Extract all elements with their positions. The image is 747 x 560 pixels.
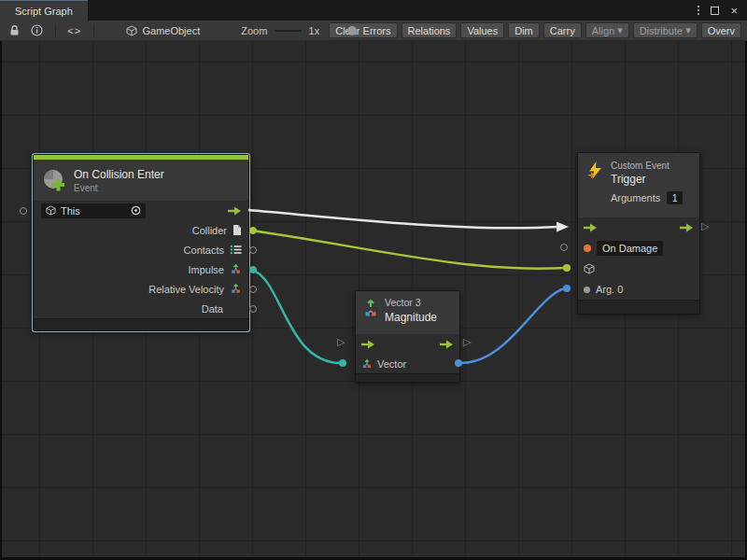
- info-icon[interactable]: [27, 24, 47, 36]
- target-field[interactable]: This: [41, 203, 146, 218]
- port-label: Arg. 0: [596, 284, 623, 295]
- zoom-slider-track: [275, 30, 301, 32]
- dim-button[interactable]: Dim: [508, 22, 540, 38]
- node-titles: On Collision Enter Event: [74, 168, 164, 193]
- distribute-button[interactable]: Distribute ▾: [633, 22, 698, 38]
- menu-icon[interactable]: [698, 6, 699, 15]
- zoom-slider[interactable]: [275, 24, 301, 37]
- port-row-impulse: Impulse: [34, 259, 248, 279]
- chevron-down-icon: ▾: [617, 24, 623, 36]
- node-on-collision-enter[interactable]: On Collision Enter Event This Collider C…: [33, 154, 249, 331]
- arguments-label: Arguments: [611, 192, 660, 203]
- flow-in-triangle-icon[interactable]: ▷: [337, 337, 345, 347]
- relations-button[interactable]: Relations: [402, 22, 458, 38]
- arg0-port-icon[interactable]: [584, 287, 590, 293]
- collision-event-icon: [42, 168, 66, 192]
- target-row: [578, 259, 699, 279]
- zoom-slider-handle[interactable]: [347, 26, 357, 35]
- flow-out-arrow-icon[interactable]: [440, 340, 454, 349]
- arg0-row: Arg. 0: [578, 279, 699, 300]
- port-label: Collider: [192, 225, 227, 236]
- code-graph-icon[interactable]: <>: [63, 25, 85, 36]
- vector3-icon: [363, 297, 378, 322]
- node-category: Custom Event: [611, 161, 683, 171]
- cube-icon: [46, 205, 56, 216]
- cube-icon: [584, 263, 595, 274]
- flow-row: [578, 217, 699, 238]
- vector3-icon: [230, 263, 242, 275]
- carry-button[interactable]: Carry: [543, 22, 582, 38]
- node-footer: [578, 300, 699, 314]
- node-header: Vector 3 Magnitude: [356, 291, 459, 334]
- string-port-icon[interactable]: [584, 245, 591, 252]
- port-label: Relative Velocity: [148, 284, 224, 295]
- port-label: Impulse: [188, 264, 224, 275]
- tab-bar: Script Graph ×: [0, 0, 747, 21]
- wire-collider[interactable]: [251, 231, 565, 269]
- flow-out-triangle-icon[interactable]: ▷: [701, 221, 709, 231]
- flow-in-arrow-icon[interactable]: [584, 223, 598, 232]
- values-button[interactable]: Values: [460, 22, 504, 38]
- maximize-icon[interactable]: [711, 7, 719, 15]
- target-value: This: [61, 205, 126, 217]
- node-header: Custom Event Trigger Arguments 1: [578, 153, 699, 217]
- overview-button[interactable]: Overv: [701, 22, 741, 38]
- node-footer: [356, 373, 459, 382]
- clear-errors-button[interactable]: Clear Errors: [329, 22, 397, 38]
- node-title: On Collision Enter: [74, 168, 164, 181]
- flow-in-arrow-icon[interactable]: [361, 340, 375, 349]
- gameobject-label: GameObject: [142, 25, 200, 36]
- node-titles: Custom Event Trigger Arguments 1: [611, 161, 683, 210]
- wire-magnitude[interactable]: [460, 288, 565, 363]
- align-button[interactable]: Align ▾: [585, 22, 629, 38]
- wire-impulse-end[interactable]: [339, 359, 346, 367]
- flow-row: [356, 334, 459, 354]
- wire-flow[interactable]: [248, 210, 557, 228]
- node-title: Trigger: [611, 173, 683, 186]
- object-picker-icon[interactable]: [131, 205, 141, 216]
- port-event-name-in[interactable]: [560, 244, 568, 251]
- node-footer: [34, 318, 248, 330]
- port-row-collider: Collider: [34, 220, 248, 240]
- port-row-data: Data: [34, 299, 248, 318]
- flow-out-arrow-icon[interactable]: [228, 206, 242, 216]
- cube-icon: [126, 25, 137, 36]
- node-header: On Collision Enter Event: [34, 160, 248, 201]
- gameobject-reference[interactable]: GameObject: [126, 25, 200, 36]
- graph-toolbar: <> GameObject Zoom 1x Clear Errors Relat…: [0, 21, 747, 41]
- vector3-icon: [230, 283, 242, 295]
- node-category: Vector 3: [385, 297, 437, 308]
- graph-canvas[interactable]: On Collision Enter Event This Collider C…: [0, 41, 747, 560]
- port-collider-out[interactable]: [249, 227, 257, 234]
- custom-event-bolt-icon: [587, 161, 603, 180]
- wire-collider-end[interactable]: [563, 264, 571, 272]
- port-row-contacts: Contacts: [34, 240, 248, 259]
- event-name-row: On Damage: [578, 238, 699, 259]
- port-relative-velocity-out[interactable]: [249, 286, 257, 293]
- event-name-field[interactable]: On Damage: [597, 241, 663, 256]
- unity-graph-window: Script Graph × <> GameObject Zoom 1x Cle…: [0, 0, 747, 560]
- port-contacts-out[interactable]: [249, 246, 257, 254]
- port-label: Vector: [377, 358, 406, 370]
- port-target-in[interactable]: [20, 207, 27, 215]
- tab-script-graph[interactable]: Script Graph: [0, 0, 88, 21]
- target-row: This: [34, 201, 248, 220]
- node-title: Magnitude: [385, 311, 437, 324]
- window-controls: ×: [698, 0, 747, 21]
- lock-icon[interactable]: [6, 24, 23, 36]
- close-icon[interactable]: ×: [730, 5, 738, 17]
- wire-magnitude-end[interactable]: [563, 285, 571, 292]
- node-vector3-magnitude[interactable]: Vector 3 Magnitude Vector: [355, 290, 460, 383]
- port-impulse-out[interactable]: [249, 266, 257, 273]
- port-row-relative-velocity: Relative Velocity: [34, 279, 248, 299]
- node-trigger-custom-event[interactable]: Custom Event Trigger Arguments 1 On Dama…: [577, 152, 700, 315]
- vector3-icon: [361, 358, 373, 370]
- flow-out-arrow-icon[interactable]: [680, 223, 694, 232]
- node-subtitle: Event: [74, 183, 164, 193]
- wire-impulse[interactable]: [251, 270, 341, 363]
- flow-out-triangle-icon[interactable]: ▷: [463, 337, 471, 347]
- zoom-label: Zoom: [241, 25, 267, 36]
- arguments-input[interactable]: 1: [667, 191, 683, 204]
- input-row-vector: Vector: [356, 354, 459, 373]
- port-data-out[interactable]: [249, 305, 257, 313]
